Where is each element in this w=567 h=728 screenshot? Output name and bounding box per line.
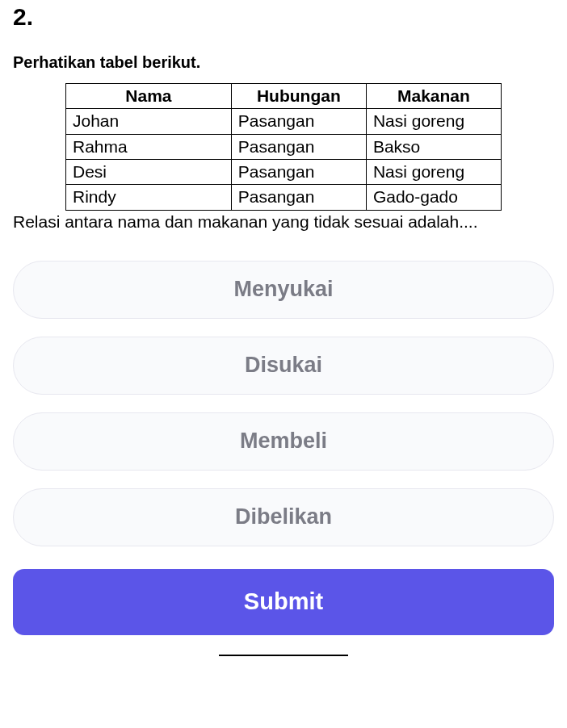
table-cell: Johan [66,109,232,134]
question-instruction: Perhatikan tabel berikut. [13,53,554,72]
option-membeli[interactable]: Membeli [13,412,554,471]
table-header-cell: Makanan [366,84,501,109]
table-cell: Pasangan [231,134,366,159]
table-cell: Pasangan [231,185,366,210]
table-row: Rindy Pasangan Gado-gado [66,185,502,210]
table-header-cell: Nama [66,84,232,109]
table-cell: Nasi goreng [366,109,501,134]
submit-button[interactable]: Submit [13,569,554,635]
table-header-cell: Hubungan [231,84,366,109]
table-header-row: Nama Hubungan Makanan [66,84,502,109]
option-menyukai[interactable]: Menyukai [13,261,554,319]
table-cell: Pasangan [231,109,366,134]
answer-options: Menyukai Disukai Membeli Dibelikan [13,261,554,546]
table-cell: Bakso [366,134,501,159]
table-cell: Pasangan [231,160,366,185]
table-cell: Rahma [66,134,232,159]
option-disukai[interactable]: Disukai [13,337,554,395]
table-cell: Rindy [66,185,232,210]
table-cell: Desi [66,160,232,185]
table-row: Johan Pasangan Nasi goreng [66,109,502,134]
question-text: Relasi antara nama dan makanan yang tida… [13,212,554,232]
question-table-wrap: Nama Hubungan Makanan Johan Pasangan Nas… [13,83,554,211]
table-cell: Gado-gado [366,185,501,210]
question-number: 2. [13,0,554,31]
table-row: Rahma Pasangan Bakso [66,134,502,159]
table-cell: Nasi goreng [366,160,501,185]
option-dibelikan[interactable]: Dibelikan [13,488,554,546]
table-row: Desi Pasangan Nasi goreng [66,160,502,185]
question-table: Nama Hubungan Makanan Johan Pasangan Nas… [65,83,502,211]
footer-divider [219,655,348,656]
